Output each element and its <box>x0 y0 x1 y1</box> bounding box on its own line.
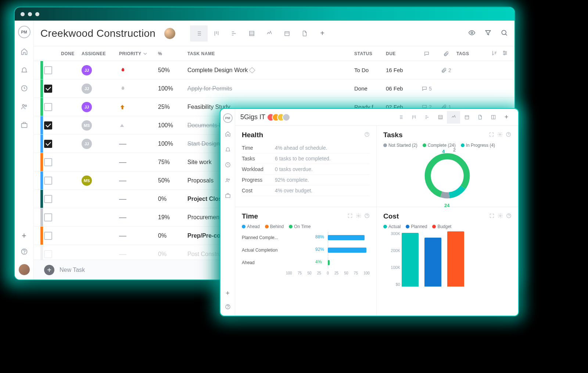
nav-portfolio-icon[interactable] <box>21 121 28 130</box>
svg-point-27 <box>428 156 467 195</box>
gear-icon[interactable] <box>356 213 361 220</box>
time-row-value: 4% <box>315 259 322 264</box>
view-calendar-icon[interactable] <box>278 25 296 42</box>
checkbox[interactable] <box>44 85 52 93</box>
percent-label: 25% <box>158 104 187 110</box>
health-val: 4% over budget. <box>275 185 370 196</box>
col-comments-icon[interactable] <box>417 51 436 57</box>
view-list-icon[interactable] <box>394 111 407 124</box>
help-icon[interactable] <box>364 213 370 220</box>
view-sheet-icon[interactable] <box>243 25 261 42</box>
nav-team-icon[interactable] <box>225 177 231 185</box>
view-file-icon[interactable] <box>473 111 487 124</box>
col-status[interactable]: STATUS <box>354 51 386 56</box>
priority-icon <box>119 122 158 128</box>
expand-icon[interactable] <box>489 213 495 220</box>
nav-home-icon[interactable] <box>21 48 28 57</box>
view-add-icon[interactable]: + <box>500 111 513 124</box>
checkbox[interactable] <box>44 250 52 258</box>
task-name[interactable]: Apply for Permits <box>187 85 354 92</box>
assignee-avatar[interactable]: MS <box>82 120 92 131</box>
nav-home-icon[interactable] <box>225 131 231 138</box>
brand-logo[interactable]: PM <box>18 26 31 38</box>
traffic-min[interactable] <box>28 12 32 16</box>
col-due[interactable]: DUE <box>386 51 417 56</box>
col-assignee[interactable]: ASSIGNEE <box>82 51 119 56</box>
add-task-icon[interactable]: + <box>44 265 54 275</box>
col-priority[interactable]: PRIORITY <box>119 51 158 57</box>
attach-count[interactable]: 2 <box>441 67 451 73</box>
view-dashboard-icon[interactable] <box>261 25 278 42</box>
project-avatar[interactable] <box>164 28 175 39</box>
gear-icon[interactable] <box>497 132 503 139</box>
col-tags[interactable]: TAGS <box>456 51 482 56</box>
comments-count[interactable]: 5 <box>422 86 432 92</box>
gear-icon[interactable] <box>498 213 503 220</box>
view-list-icon[interactable] <box>190 25 208 42</box>
due-label: 16 Feb <box>386 67 417 73</box>
nav-team-icon[interactable] <box>21 103 28 112</box>
view-add-icon[interactable]: + <box>313 25 331 42</box>
nav-notify-icon[interactable] <box>225 146 231 154</box>
checkbox[interactable] <box>44 66 52 74</box>
sort-icon[interactable] <box>492 50 498 57</box>
checkbox[interactable] <box>44 158 52 166</box>
view-gantt-icon[interactable] <box>225 25 243 42</box>
help-icon[interactable] <box>506 213 512 220</box>
nav-add-icon[interactable]: + <box>22 231 26 241</box>
panel-title-health: Health <box>242 131 263 139</box>
filter-icon[interactable] <box>484 29 492 38</box>
assignee-avatar[interactable]: MS <box>82 175 92 186</box>
nav-help-icon[interactable] <box>225 304 231 311</box>
search-icon[interactable] <box>501 29 508 38</box>
brand-logo[interactable]: PM <box>223 113 233 123</box>
col-percent[interactable]: % <box>158 51 187 56</box>
checkbox[interactable] <box>44 232 52 240</box>
nav-user-avatar[interactable] <box>19 264 30 275</box>
col-attach-icon[interactable] <box>436 51 456 57</box>
traffic-close[interactable] <box>21 12 25 16</box>
view-file-icon[interactable] <box>296 25 313 42</box>
nav-notify-icon[interactable] <box>21 66 28 75</box>
checkbox[interactable] <box>44 121 52 129</box>
member-avatars[interactable] <box>270 113 290 121</box>
task-row[interactable]: JJ 50% Complete Design Work To Do 16 Feb… <box>34 61 514 79</box>
help-icon[interactable] <box>364 132 370 139</box>
col-taskname[interactable]: TASK NAME <box>187 51 354 56</box>
view-split-icon[interactable] <box>487 111 500 124</box>
col-done[interactable]: DONE <box>61 51 82 56</box>
checkbox[interactable] <box>44 213 52 221</box>
checkbox[interactable] <box>44 140 52 148</box>
traffic-max[interactable] <box>35 12 39 16</box>
settings-sliders-icon[interactable] <box>502 50 508 57</box>
assignee-avatar[interactable]: JJ <box>82 84 92 94</box>
assignee-avatar[interactable]: JJ <box>82 139 92 149</box>
task-row[interactable]: JJ 100% Apply for Permits Done 06 Feb 5 <box>34 79 514 98</box>
window-titlebar <box>15 7 514 21</box>
panel-tasks: Tasks Not Started (2)Complete (24)In Pro… <box>377 126 518 207</box>
panel-title-cost: Cost <box>383 212 399 220</box>
view-dashboard-icon[interactable] <box>447 111 460 124</box>
assignee-avatar[interactable]: JJ <box>82 102 92 112</box>
expand-icon[interactable] <box>347 213 353 220</box>
view-calendar-icon[interactable] <box>460 111 473 124</box>
view-board-icon[interactable] <box>208 25 225 42</box>
checkbox[interactable] <box>44 103 52 111</box>
nav-portfolio-icon[interactable] <box>225 193 231 200</box>
task-name[interactable]: Complete Design Work <box>187 67 354 74</box>
nav-time-icon[interactable] <box>21 85 28 93</box>
checkbox[interactable] <box>44 195 52 203</box>
expand-icon[interactable] <box>489 132 494 139</box>
view-sheet-icon[interactable] <box>434 111 447 124</box>
watch-icon[interactable] <box>468 29 476 38</box>
donut-label-notstarted: 2 <box>453 147 456 153</box>
help-icon[interactable] <box>506 132 511 139</box>
priority-icon: — <box>119 250 158 258</box>
view-gantt-icon[interactable] <box>420 111 434 124</box>
nav-time-icon[interactable] <box>225 162 231 169</box>
checkbox[interactable] <box>44 177 52 185</box>
nav-help-icon[interactable] <box>21 248 28 257</box>
nav-add-icon[interactable]: + <box>226 289 230 297</box>
assignee-avatar[interactable]: JJ <box>82 65 92 75</box>
view-board-icon[interactable] <box>407 111 420 124</box>
